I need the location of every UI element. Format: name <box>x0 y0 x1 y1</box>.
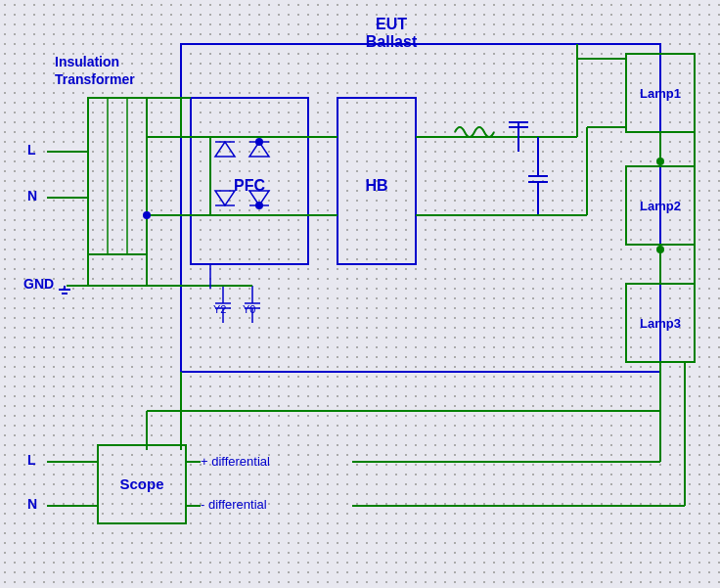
circuit-diagram: EUT Ballast Insulation Transformer L N G… <box>0 0 720 588</box>
inductor <box>455 127 494 137</box>
plus-diff-label: + differential <box>201 454 270 469</box>
l-top-label: L <box>27 142 36 158</box>
gnd-label: GND <box>23 276 54 292</box>
dot-lamp2-conn <box>656 246 664 253</box>
dot-lamp-conn <box>656 158 664 165</box>
insulation-label: Insulation <box>55 54 119 69</box>
hb-label: HB <box>365 177 387 194</box>
eut-label: EUT <box>376 16 407 32</box>
transformer-label: Transformer <box>55 71 135 87</box>
ballast-label: Ballast <box>366 33 418 50</box>
minus-diff-label: - differential <box>201 497 267 512</box>
y0-label: Y0 <box>243 303 255 315</box>
lamp3-label: Lamp3 <box>640 316 681 331</box>
scope-label: Scope <box>119 475 163 492</box>
lamp2-label: Lamp2 <box>640 199 681 213</box>
dot-1 <box>255 138 263 146</box>
lamp1-label: Lamp1 <box>640 86 681 101</box>
n-bottom-label: N <box>27 496 37 512</box>
diode-bl <box>215 191 235 205</box>
dot-3 <box>143 211 151 219</box>
n-top-label: N <box>27 188 37 204</box>
dot-2 <box>255 202 263 209</box>
diode-tl <box>215 142 235 157</box>
transformer-box <box>88 98 147 254</box>
l-bottom-label: L <box>27 452 36 468</box>
y2-label: Y2 <box>213 303 226 315</box>
